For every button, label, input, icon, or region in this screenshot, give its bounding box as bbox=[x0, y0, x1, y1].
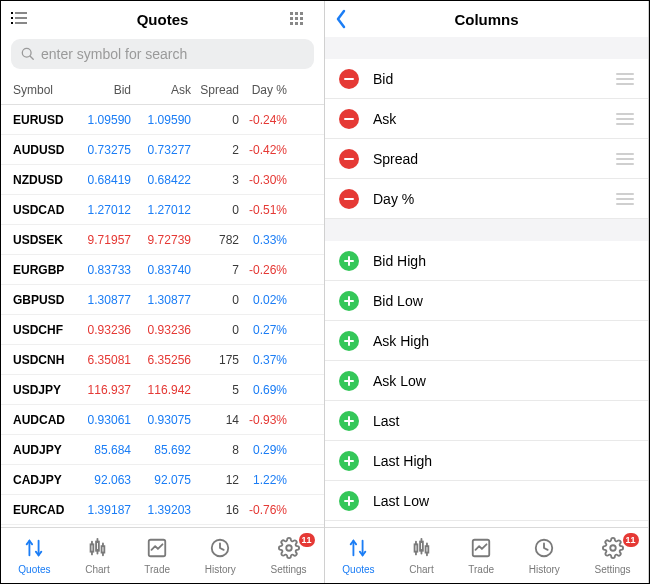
spread-cell: 12 bbox=[191, 473, 239, 487]
remove-icon[interactable] bbox=[339, 69, 359, 89]
col-symbol[interactable]: Symbol bbox=[13, 83, 71, 97]
table-row[interactable]: NZDUSD0.684190.684223-0.30% bbox=[1, 165, 324, 195]
symbol-cell: GBPUSD bbox=[13, 293, 71, 307]
tab-label: History bbox=[529, 564, 560, 575]
table-row[interactable]: CADJPY92.06392.075121.22% bbox=[1, 465, 324, 495]
tab-quotes[interactable]: Quotes bbox=[18, 537, 50, 575]
ask-cell: 6.35256 bbox=[131, 353, 191, 367]
ask-cell: 1.09590 bbox=[131, 113, 191, 127]
ask-cell: 0.68422 bbox=[131, 173, 191, 187]
day-cell: 0.29% bbox=[239, 443, 287, 457]
quotes-table-body[interactable]: EURUSD1.095901.095900-0.24%AUDUSD0.73275… bbox=[1, 105, 324, 527]
drag-handle-icon[interactable] bbox=[616, 73, 634, 85]
tab-label: Chart bbox=[85, 564, 109, 575]
remove-icon[interactable] bbox=[339, 109, 359, 129]
symbol-cell: USDSEK bbox=[13, 233, 71, 247]
add-icon[interactable] bbox=[339, 411, 359, 431]
add-icon[interactable] bbox=[339, 291, 359, 311]
list-icon bbox=[11, 12, 29, 26]
add-icon[interactable] bbox=[339, 331, 359, 351]
ask-cell: 0.93075 bbox=[131, 413, 191, 427]
spread-cell: 8 bbox=[191, 443, 239, 457]
active-column-row[interactable]: Bid bbox=[325, 59, 648, 99]
tab-quotes[interactable]: Quotes bbox=[342, 537, 374, 575]
history-icon bbox=[209, 537, 231, 561]
ask-cell: 116.942 bbox=[131, 383, 191, 397]
ask-cell: 1.39203 bbox=[131, 503, 191, 517]
col-day[interactable]: Day % bbox=[239, 83, 287, 97]
table-row[interactable]: EURGBP0.837330.837407-0.26% bbox=[1, 255, 324, 285]
available-column-row[interactable]: Last Low bbox=[325, 481, 648, 521]
table-row[interactable]: EURUSD1.095901.095900-0.24% bbox=[1, 105, 324, 135]
tab-label: History bbox=[205, 564, 236, 575]
add-icon[interactable] bbox=[339, 491, 359, 511]
drag-handle-icon[interactable] bbox=[616, 193, 634, 205]
col-bid[interactable]: Bid bbox=[71, 83, 131, 97]
bid-cell: 1.39187 bbox=[71, 503, 131, 517]
add-icon[interactable] bbox=[339, 451, 359, 471]
ask-cell: 9.72739 bbox=[131, 233, 191, 247]
back-button[interactable] bbox=[335, 9, 359, 29]
tab-settings[interactable]: Settings11 bbox=[270, 537, 306, 575]
active-column-row[interactable]: Day % bbox=[325, 179, 648, 219]
available-column-row[interactable]: Ask Low bbox=[325, 361, 648, 401]
available-column-row[interactable]: Last High bbox=[325, 441, 648, 481]
column-label: Last Low bbox=[373, 493, 634, 509]
view-grid-toggle[interactable] bbox=[290, 12, 314, 26]
svg-line-1 bbox=[30, 56, 33, 59]
column-label: Bid bbox=[373, 71, 616, 87]
add-icon[interactable] bbox=[339, 371, 359, 391]
col-ask[interactable]: Ask bbox=[131, 83, 191, 97]
table-row[interactable]: AUDJPY85.68485.69280.29% bbox=[1, 435, 324, 465]
table-row[interactable]: AUDUSD0.732750.732772-0.42% bbox=[1, 135, 324, 165]
day-cell: 0.33% bbox=[239, 233, 287, 247]
drag-handle-icon[interactable] bbox=[616, 153, 634, 165]
tab-label: Settings bbox=[594, 564, 630, 575]
table-row[interactable]: USDCNH6.350816.352561750.37% bbox=[1, 345, 324, 375]
ask-cell: 85.692 bbox=[131, 443, 191, 457]
available-column-row[interactable]: Bid Low bbox=[325, 281, 648, 321]
available-column-row[interactable]: Bid High bbox=[325, 241, 648, 281]
bid-cell: 9.71957 bbox=[71, 233, 131, 247]
symbol-cell: NZDUSD bbox=[13, 173, 71, 187]
tab-trade[interactable]: Trade bbox=[144, 537, 170, 575]
search-icon bbox=[21, 47, 35, 61]
table-row[interactable]: USDSEK9.719579.727397820.33% bbox=[1, 225, 324, 255]
symbol-cell: AUDCAD bbox=[13, 413, 71, 427]
active-column-row[interactable]: Spread bbox=[325, 139, 648, 179]
active-column-row[interactable]: Ask bbox=[325, 99, 648, 139]
table-row[interactable]: AUDCAD0.930610.9307514-0.93% bbox=[1, 405, 324, 435]
symbol-cell: AUDUSD bbox=[13, 143, 71, 157]
day-cell: -0.42% bbox=[239, 143, 287, 157]
page-title: Columns bbox=[359, 11, 614, 28]
available-column-row[interactable]: Last bbox=[325, 401, 648, 441]
col-spread[interactable]: Spread bbox=[191, 83, 239, 97]
remove-icon[interactable] bbox=[339, 189, 359, 209]
add-icon[interactable] bbox=[339, 251, 359, 271]
table-row[interactable]: EURCAD1.391871.3920316-0.76% bbox=[1, 495, 324, 525]
table-row[interactable]: USDCHF0.932360.9323600.27% bbox=[1, 315, 324, 345]
table-row[interactable]: GBPUSD1.308771.3087700.02% bbox=[1, 285, 324, 315]
columns-list[interactable]: BidAskSpreadDay %Bid HighBid LowAsk High… bbox=[325, 37, 648, 527]
tab-history[interactable]: History bbox=[205, 537, 236, 575]
view-list-toggle[interactable] bbox=[11, 12, 35, 26]
columns-pane: Columns BidAskSpreadDay %Bid HighBid Low… bbox=[325, 1, 649, 583]
symbol-cell: USDJPY bbox=[13, 383, 71, 397]
table-row[interactable]: USDCAD1.270121.270120-0.51% bbox=[1, 195, 324, 225]
tab-trade[interactable]: Trade bbox=[468, 537, 494, 575]
search-placeholder: enter symbol for search bbox=[41, 46, 187, 62]
table-row[interactable]: USDJPY116.937116.94250.69% bbox=[1, 375, 324, 405]
day-cell: -0.51% bbox=[239, 203, 287, 217]
tab-chart[interactable]: Chart bbox=[409, 537, 433, 575]
quotes-icon bbox=[23, 537, 45, 561]
settings-badge: 11 bbox=[299, 533, 315, 547]
drag-handle-icon[interactable] bbox=[616, 113, 634, 125]
remove-icon[interactable] bbox=[339, 149, 359, 169]
tab-history[interactable]: History bbox=[529, 537, 560, 575]
tab-chart[interactable]: Chart bbox=[85, 537, 109, 575]
search-input[interactable]: enter symbol for search bbox=[11, 39, 314, 69]
tab-settings[interactable]: Settings11 bbox=[594, 537, 630, 575]
symbol-cell: AUDJPY bbox=[13, 443, 71, 457]
tab-bar: QuotesChartTradeHistorySettings11 bbox=[325, 527, 648, 583]
available-column-row[interactable]: Ask High bbox=[325, 321, 648, 361]
